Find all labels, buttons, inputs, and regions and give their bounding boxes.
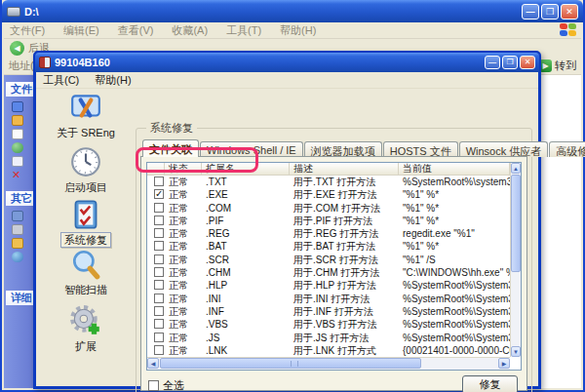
vertical-scrollbar[interactable]: ▲ ▼	[510, 163, 521, 357]
cell-current-value: "%1" /S	[399, 254, 510, 266]
explorer-menu-item[interactable]: 工具(T)	[226, 23, 261, 38]
select-all[interactable]: 全选	[148, 378, 184, 392]
dialog-menu-item[interactable]: 帮助(H)	[95, 73, 131, 88]
row-checkbox[interactable]	[154, 319, 164, 329]
row-checkbox[interactable]	[154, 267, 164, 277]
checklist-icon	[69, 198, 102, 231]
printer-icon[interactable]	[12, 224, 23, 235]
sidebar-item-smart-scan[interactable]: 智能扫描	[38, 248, 134, 297]
minimize-button[interactable]: —	[522, 4, 539, 20]
file-association-table: 状态 扩展名 描述 当前值 正常 .TXT 用于.TX	[146, 162, 522, 371]
row-checkbox[interactable]	[154, 176, 164, 186]
explorer-menu-item[interactable]: 收藏(A)	[172, 23, 208, 38]
explorer-menu-item[interactable]: 帮助(H)	[280, 23, 316, 38]
sidebar-item-extension[interactable]: 扩展	[38, 304, 134, 354]
row-checkbox[interactable]	[154, 294, 164, 303]
sreng-icon	[39, 57, 51, 68]
delete-icon[interactable]: ✕	[12, 170, 23, 180]
horizontal-scroll-thumb[interactable]	[160, 358, 421, 369]
scroll-up-icon[interactable]: ▲	[511, 163, 521, 174]
magnifier-icon	[69, 248, 102, 281]
row-checkbox[interactable]	[154, 203, 164, 213]
tab[interactable]: HOSTS 文件	[383, 141, 458, 157]
cell-status: 正常	[165, 344, 202, 357]
table-body: 正常 .TXT 用于.TXT 打开方法 %SystemRoot%\system3…	[147, 176, 510, 357]
scroll-left-icon[interactable]: ◀	[147, 358, 159, 369]
select-all-checkbox[interactable]	[148, 380, 159, 391]
cell-extension: .HLP	[202, 279, 290, 292]
go-button-label[interactable]: 转到	[555, 59, 576, 73]
table-row[interactable]: 正常 .SCR 用于.SCR 打开方法 "%1" /S	[147, 254, 510, 266]
network-icon[interactable]	[12, 252, 23, 262]
cell-description: 用于.LNK 打开方式	[290, 344, 399, 357]
table-row[interactable]: 正常 .REG 用于.REG 打开方法 regedit.exe "%1"	[147, 227, 510, 240]
row-checkbox[interactable]	[154, 255, 164, 264]
table-row[interactable]: 正常 .JS 用于.JS 打开方法 %SystemRoot%\System32\	[147, 332, 510, 344]
repair-button[interactable]: 修复	[462, 375, 518, 392]
table-row[interactable]: 正常 .INI 用于.INI 打开方法 %SystemRoot%\System3…	[147, 293, 510, 305]
tab[interactable]: Winsock 供应者	[459, 141, 549, 157]
table-row[interactable]: 正常 .BAT 用于.BAT 打开方法 "%1" %*	[147, 240, 510, 253]
header-description[interactable]: 描述	[290, 163, 399, 176]
table-row[interactable]: 正常 .COM 用于.COM 打开方法 "%1" %*	[147, 202, 510, 215]
cell-status: 正常	[165, 215, 202, 227]
sidebar-item-startup[interactable]: 启动项目	[38, 145, 134, 195]
publish-icon[interactable]	[12, 142, 23, 153]
table-row[interactable]: 正常 .INF 用于.INF 打开方法 %SystemRoot%\System3…	[147, 305, 510, 318]
explorer-menu-item[interactable]: 查看(V)	[118, 23, 154, 38]
folder-icon[interactable]	[12, 238, 23, 249]
cell-extension: .TXT	[202, 176, 290, 188]
maximize-button[interactable]: ❒	[541, 4, 559, 20]
sidebar-item-system-repair[interactable]: 系统修复	[38, 198, 134, 248]
row-checkbox[interactable]	[154, 333, 164, 342]
row-checkbox[interactable]	[154, 306, 164, 316]
back-icon[interactable]: ◀	[10, 41, 24, 56]
computer-icon[interactable]	[12, 211, 23, 221]
header-current-value[interactable]: 当前值	[399, 163, 510, 176]
dialog-maximize-button[interactable]: ❒	[502, 56, 518, 69]
tab[interactable]: 浏览器加载项	[304, 141, 382, 157]
cell-description: 用于.REG 打开方法	[290, 227, 399, 240]
dialog-menu-item[interactable]: 工具(C)	[43, 73, 79, 88]
row-checkbox[interactable]	[154, 280, 164, 290]
table-row[interactable]: 正常 .PIF 用于.PIF 打开方法 "%1" %*	[147, 215, 510, 227]
explorer-menu-item[interactable]: 文件(F)	[10, 23, 45, 38]
horizontal-scrollbar[interactable]: ◀ ▶	[147, 357, 510, 370]
dialog-minimize-button[interactable]: —	[485, 56, 500, 69]
dialog-menubar: 工具(C) 帮助(H)	[36, 72, 538, 89]
row-checkbox[interactable]	[154, 345, 164, 355]
rename-icon[interactable]	[12, 101, 23, 112]
table-row[interactable]: 正常 .EXE 用于.EXE 打开方法 "%1" %*	[147, 188, 510, 201]
table-row[interactable]: 正常 .VBS 用于.VBS 打开方法 %SystemRoot%\System3…	[147, 318, 510, 331]
copy-icon[interactable]	[12, 129, 23, 139]
table-row[interactable]: 正常 .TXT 用于.TXT 打开方法 %SystemRoot%\system3…	[147, 176, 510, 188]
row-checkbox[interactable]	[154, 216, 164, 225]
row-checkbox[interactable]	[154, 241, 164, 251]
table-row[interactable]: 正常 .HLP 用于.HLP 打开方法 %SystemRoot%\System3…	[147, 279, 510, 292]
scroll-right-icon[interactable]: ▶	[498, 358, 510, 369]
cell-extension: .INF	[202, 305, 290, 318]
move-icon[interactable]	[12, 115, 23, 126]
clock-icon	[69, 145, 102, 178]
explorer-menu-item[interactable]: 编辑(E)	[63, 23, 99, 38]
row-checkbox[interactable]	[154, 189, 164, 199]
table-row[interactable]: 正常 .CHM 用于.CHM 打开方法 "C:\WINDOWS\hh.exe" …	[147, 266, 510, 279]
sidebar-item-about[interactable]: 关于 SREng	[38, 91, 134, 140]
cell-extension: .PIF	[202, 215, 290, 227]
explorer-titlebar: D:\ — ❒ ✕	[2, 0, 583, 22]
sidebar-label: 关于 SREng	[54, 126, 118, 139]
vertical-scroll-thumb[interactable]	[511, 175, 521, 272]
sreng-dialog: 99104B160 — ❒ ✕ 工具(C) 帮助(H) 关于	[33, 51, 541, 389]
cell-current-value: "C:\WINDOWS\hh.exe" %1	[399, 266, 510, 279]
cell-description: 用于.INI 打开方法	[290, 293, 399, 305]
tab[interactable]: 高级修复	[549, 141, 585, 157]
email-icon[interactable]	[12, 156, 23, 167]
row-checkbox[interactable]	[154, 228, 164, 238]
sidebar-label: 启动项目	[61, 180, 110, 194]
table-row[interactable]: 正常 .LNK 用于.LNK 打开方式 {00021401-0000-0000-…	[147, 344, 510, 357]
close-button[interactable]: ✕	[561, 4, 578, 20]
cell-current-value: %SystemRoot%\System32\	[399, 293, 510, 305]
scroll-down-icon[interactable]: ▼	[511, 346, 521, 357]
dialog-close-button[interactable]: ✕	[520, 56, 535, 69]
cell-description: 用于.HLP 打开方法	[290, 279, 399, 292]
